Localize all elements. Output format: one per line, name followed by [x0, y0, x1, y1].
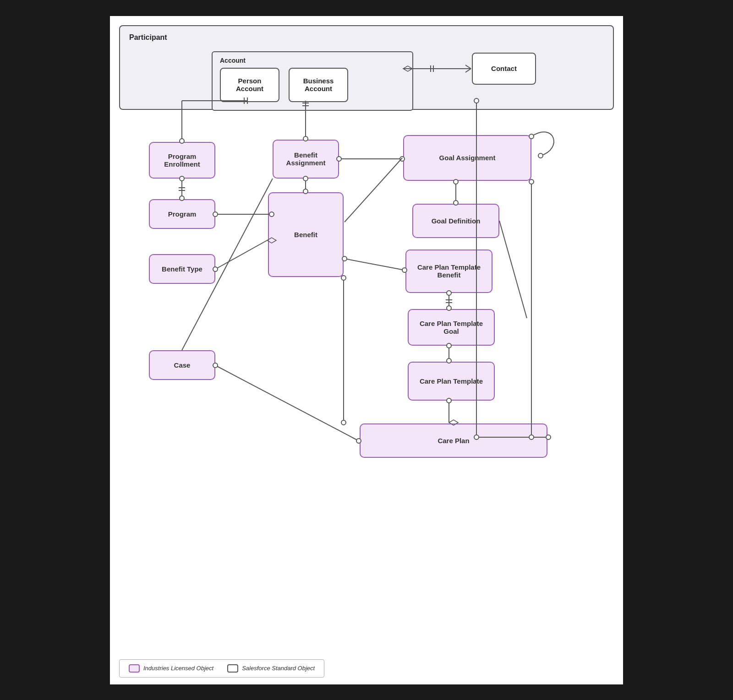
svg-point-69	[529, 179, 534, 184]
goal-definition-node: Goal Definition	[412, 204, 499, 238]
contact-node: Contact	[472, 53, 536, 85]
benefit-assignment-node: Benefit Assignment	[273, 140, 339, 179]
legend-std-swatch	[227, 664, 238, 673]
legend-std-label: Salesforce Standard Object	[242, 665, 315, 672]
svg-line-51	[499, 221, 527, 318]
care-plan-template-benefit-node: Care Plan Template Benefit	[405, 250, 492, 293]
svg-line-61	[215, 365, 359, 441]
participant-label: Participant	[129, 33, 604, 42]
care-plan-template-goal-node: Care Plan Template Goal	[408, 309, 495, 346]
legend-ind-label: Industries Licensed Object	[143, 665, 213, 672]
goal-assignment-node: Goal Assignment	[403, 135, 531, 181]
legend-industries: Industries Licensed Object	[129, 664, 213, 673]
business-account-node: Business Account	[289, 68, 348, 102]
program-node: Program	[149, 199, 215, 229]
program-enrollment-node: Program Enrollment	[149, 142, 215, 179]
account-box: Account Person Account Business Account	[212, 51, 413, 111]
benefit-node: Benefit	[268, 192, 344, 277]
svg-point-39	[538, 153, 543, 158]
legend: Industries Licensed Object Salesforce St…	[119, 659, 324, 678]
case-node: Case	[149, 350, 215, 380]
svg-point-60	[341, 420, 346, 425]
legend-salesforce: Salesforce Standard Object	[227, 664, 315, 673]
person-account-node: Person Account	[220, 68, 279, 102]
benefit-type-node: Benefit Type	[149, 254, 215, 284]
svg-line-37	[345, 158, 402, 222]
account-label: Account	[220, 57, 405, 64]
svg-line-28	[215, 240, 267, 269]
svg-line-43	[345, 259, 405, 270]
care-plan-node: Care Plan	[360, 423, 547, 458]
diagram-container: Participant Account Person Account Busin…	[110, 16, 623, 684]
svg-point-59	[341, 276, 346, 280]
legend-ind-swatch	[129, 664, 140, 673]
care-plan-template-node: Care Plan Template	[408, 362, 495, 401]
participant-box: Participant Account Person Account Busin…	[119, 25, 614, 110]
